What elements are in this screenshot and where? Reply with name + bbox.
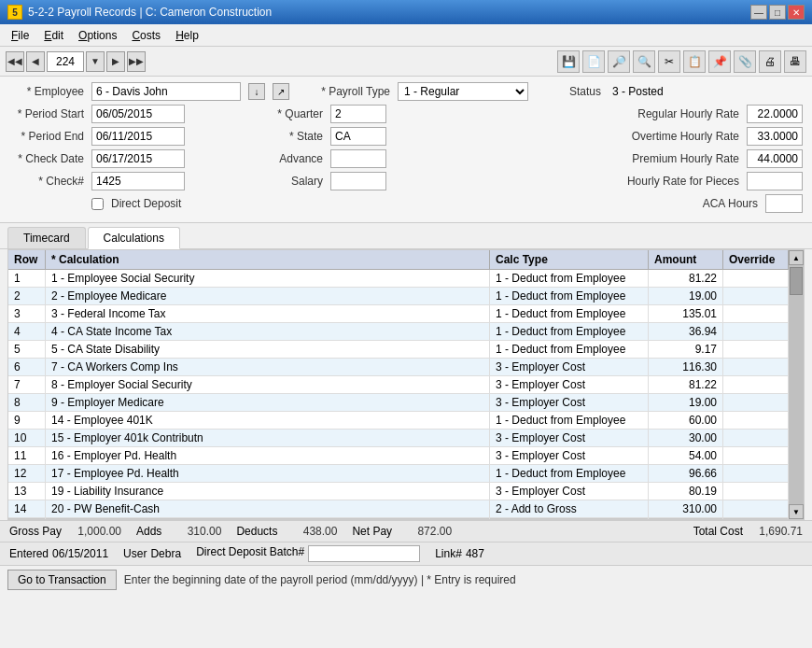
employee-label: * Employee	[9, 85, 84, 98]
employee-arrow-icon[interactable]: ↗	[273, 83, 289, 100]
footer-info: Entered 06/15/2011 User Debra Direct Dep…	[0, 542, 812, 565]
payroll-type-select[interactable]: 1 - Regular	[398, 82, 528, 101]
table-row[interactable]: 4 4 - CA State Income Tax 1 - Deduct fro…	[8, 323, 789, 341]
nav-down[interactable]: ▼	[86, 51, 105, 72]
state-label: * State	[248, 130, 323, 143]
check-num-row: * Check# Salary Hourly Rate for Pieces	[9, 172, 803, 190]
employee-sort-icon[interactable]: ↓	[248, 83, 265, 100]
copy-icon[interactable]: 📋	[683, 50, 706, 73]
new-icon[interactable]: 📄	[582, 50, 605, 73]
table-row[interactable]: 14 20 - PW Benefit-Cash 2 - Add to Gross…	[8, 500, 789, 518]
advance-input[interactable]	[330, 149, 386, 168]
aca-hours-input[interactable]	[765, 194, 803, 213]
employee-input[interactable]	[91, 82, 241, 101]
attach-icon[interactable]: 📎	[734, 50, 756, 73]
calculations-grid: Row * Calculation Calc Type Amount Overr…	[7, 249, 805, 520]
overtime-hourly-input[interactable]	[747, 127, 803, 146]
search-icon[interactable]: 🔍	[633, 50, 655, 73]
cell-override-10	[723, 430, 789, 446]
direct-deposit-label: Direct Deposit	[111, 197, 181, 210]
tab-calculations[interactable]: Calculations	[88, 227, 180, 249]
paste-icon[interactable]: 📌	[708, 50, 731, 73]
premium-hourly-input[interactable]	[747, 149, 803, 168]
table-row[interactable]: 1 1 - Employee Social Security 1 - Deduc…	[8, 270, 789, 288]
check-num-input[interactable]	[91, 172, 185, 190]
cell-type-12: 1 - Deduct from Employee	[490, 465, 649, 482]
cell-row-8: 8	[8, 394, 46, 411]
table-row[interactable]: 9 14 - Employee 401K 1 - Deduct from Emp…	[8, 412, 789, 430]
menu-costs[interactable]: Costs	[124, 27, 168, 44]
check-num-label: * Check#	[9, 175, 84, 188]
scroll-down-icon[interactable]: ▼	[789, 504, 804, 519]
menu-help[interactable]: Help	[168, 27, 206, 44]
table-row[interactable]: 7 8 - Employer Social Security 3 - Emplo…	[8, 376, 789, 394]
print-icon[interactable]: 🖨	[759, 50, 781, 73]
quarter-input[interactable]	[330, 105, 386, 123]
check-date-input[interactable]	[91, 149, 185, 168]
find-icon[interactable]: 🔎	[608, 50, 630, 73]
nav-last[interactable]: ▶▶	[127, 51, 146, 72]
table-row[interactable]: 10 15 - Employer 401k Contributn 3 - Emp…	[8, 430, 789, 447]
advance-label: Advance	[248, 152, 323, 165]
cell-override-4	[723, 323, 789, 340]
table-row[interactable]: 2 2 - Employee Medicare 1 - Deduct from …	[8, 288, 789, 305]
nav-first[interactable]: ◀◀	[6, 51, 24, 72]
tab-timecard[interactable]: Timecard	[7, 227, 86, 248]
cell-calc-13: 19 - Liability Insurance	[46, 483, 490, 500]
cell-amount-7: 81.22	[649, 376, 723, 393]
cell-override-8	[723, 394, 789, 411]
table-row[interactable]: 3 3 - Federal Income Tax 1 - Deduct from…	[8, 305, 789, 323]
hourly-pieces-input[interactable]	[747, 172, 803, 190]
scroll-up-icon[interactable]: ▲	[789, 250, 804, 265]
cell-calc-15	[46, 518, 490, 519]
close-button[interactable]: ✕	[788, 5, 805, 20]
header-calculation: * Calculation	[46, 250, 490, 269]
app-icon: 5	[7, 5, 22, 20]
nav-next[interactable]: ▶	[106, 51, 125, 72]
table-row[interactable]: 13 19 - Liability Insurance 3 - Employer…	[8, 483, 789, 500]
cell-row-11: 11	[8, 447, 46, 464]
record-number-input[interactable]: 224	[47, 51, 84, 72]
cell-amount-9: 60.00	[649, 412, 723, 429]
table-row[interactable]: 11 16 - Employer Pd. Health 3 - Employer…	[8, 447, 789, 465]
period-start-input[interactable]	[91, 105, 185, 123]
grid-header: Row * Calculation Calc Type Amount Overr…	[8, 250, 789, 270]
go-to-transaction-button[interactable]: Go to Transaction	[7, 570, 117, 590]
maximize-button[interactable]: □	[769, 5, 786, 20]
nav-prev[interactable]: ◀	[26, 51, 45, 72]
table-row[interactable]: 6 7 - CA Workers Comp Ins 3 - Employer C…	[8, 359, 789, 376]
menu-options[interactable]: Options	[71, 27, 124, 44]
cell-type-10: 3 - Employer Cost	[490, 430, 649, 446]
deducts-item: Deducts 438.00	[236, 525, 337, 538]
table-row[interactable]: 12 17 - Employee Pd. Health 1 - Deduct f…	[8, 465, 789, 483]
cell-amount-3: 135.01	[649, 305, 723, 322]
cell-amount-12: 96.66	[649, 465, 723, 482]
table-row[interactable]: 8 9 - Employer Medicare 3 - Employer Cos…	[8, 394, 789, 412]
regular-hourly-input[interactable]	[747, 105, 803, 123]
direct-deposit-checkbox[interactable]	[91, 198, 104, 210]
table-row[interactable]: 5 5 - CA State Disability 1 - Deduct fro…	[8, 341, 789, 359]
cell-row-5: 5	[8, 341, 46, 358]
minimize-button[interactable]: —	[750, 5, 767, 20]
save-icon[interactable]: 💾	[557, 50, 580, 73]
entered-item: Entered 06/15/2011	[9, 547, 108, 560]
menu-file[interactable]: File	[4, 27, 36, 44]
preview-icon[interactable]: 🖶	[784, 50, 806, 73]
period-end-input[interactable]	[91, 127, 185, 146]
cell-override-13	[723, 483, 789, 500]
period-end-label: * Period End	[9, 130, 84, 143]
state-input[interactable]	[330, 127, 386, 146]
cell-calc-10: 15 - Employer 401k Contributn	[46, 430, 490, 446]
menu-edit[interactable]: Edit	[36, 27, 71, 44]
direct-deposit-batch-input[interactable]	[308, 545, 420, 562]
direct-deposit-row: Direct Deposit ACA Hours	[9, 194, 803, 213]
regular-hourly-label: Regular Hourly Rate	[609, 107, 739, 120]
cell-amount-5: 9.17	[649, 341, 723, 358]
adds-value: 310.00	[165, 525, 221, 538]
cell-override-14	[723, 500, 789, 517]
scroll-thumb[interactable]	[790, 267, 803, 295]
salary-input[interactable]	[330, 172, 386, 190]
grid-scrollbar[interactable]: ▲ ▼	[789, 250, 804, 519]
cell-amount-15	[649, 518, 723, 519]
cut-icon[interactable]: ✂	[658, 50, 680, 73]
